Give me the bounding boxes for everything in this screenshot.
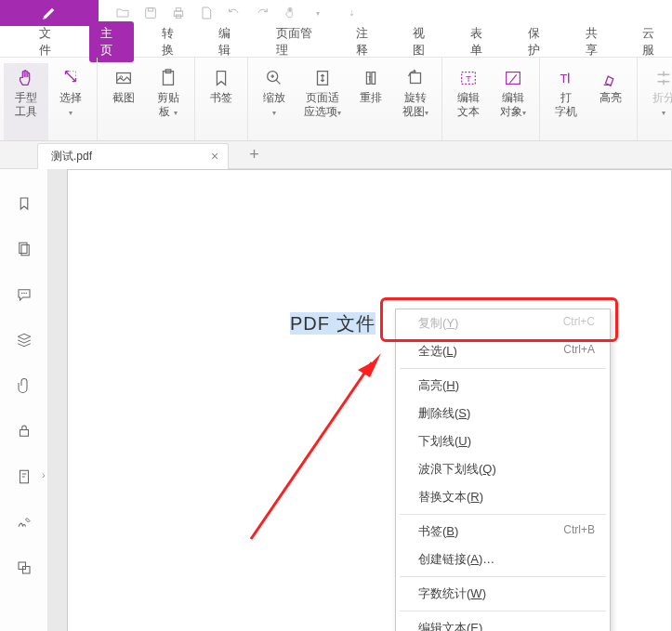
svg-rect-3 xyxy=(176,8,180,11)
menu-home[interactable]: 主页 xyxy=(89,21,134,62)
menu-convert[interactable]: 转换 xyxy=(154,21,191,62)
print-icon[interactable] xyxy=(171,6,186,20)
ctx-replace-text[interactable]: 替换文本(R) xyxy=(396,483,610,511)
menu-protect[interactable]: 保护 xyxy=(520,21,558,62)
svg-point-20 xyxy=(23,293,25,295)
comments-panel-icon[interactable] xyxy=(16,286,33,308)
ctx-strikeout[interactable]: 删除线(S) xyxy=(396,400,610,427)
ctx-separator xyxy=(400,611,606,611)
undo-icon[interactable] xyxy=(227,6,242,20)
svg-rect-1 xyxy=(148,8,152,11)
page-icon[interactable] xyxy=(199,6,214,20)
svg-rect-12 xyxy=(411,73,421,84)
menu-cloud[interactable]: 云服 xyxy=(635,21,672,62)
ctx-edit-text[interactable]: 编辑文本(E) xyxy=(396,614,610,631)
bookmarks-panel-icon[interactable] xyxy=(16,195,33,217)
collapse-button[interactable]: 折分▾ xyxy=(641,63,672,140)
side-toolbar xyxy=(0,169,48,631)
qat-dropdown-icon[interactable]: ▾ xyxy=(310,6,325,20)
collapse-icon xyxy=(653,68,672,88)
menu-view[interactable]: 视图 xyxy=(405,21,442,62)
selected-text[interactable]: PDF 文件 xyxy=(290,311,376,336)
save-icon[interactable] xyxy=(143,6,158,20)
highlight-label: 高亮 xyxy=(600,91,622,105)
ctx-squiggly[interactable]: 波浪下划线(Q) xyxy=(396,455,610,483)
edit-object-icon xyxy=(503,68,523,88)
ctx-create-link[interactable]: 创建链接(A)… xyxy=(396,546,610,573)
svg-rect-18 xyxy=(21,245,29,256)
new-tab-button[interactable]: + xyxy=(249,145,259,164)
bookmark-label: 书签 xyxy=(210,91,232,105)
clipboard-icon xyxy=(158,68,178,88)
menu-form[interactable]: 表单 xyxy=(463,21,500,62)
ribbon: 手型工具 选择▾ 截图 剪贴板 ▾ 书签 缩放▾ 页面适应选项▾ xyxy=(0,58,672,141)
svg-text:T: T xyxy=(560,72,568,85)
reflow-button[interactable]: T 重排 xyxy=(349,63,393,140)
fit-button[interactable]: 页面适应选项▾ xyxy=(296,63,349,140)
hand-tool-label: 手型工具 xyxy=(15,91,37,119)
typewriter-button[interactable]: T 打字机 xyxy=(544,63,588,140)
ctx-underline[interactable]: 下划线(U) xyxy=(396,427,610,455)
ctx-word-count[interactable]: 字数统计(W) xyxy=(396,580,610,608)
document-tab[interactable]: 测试.pdf × xyxy=(37,143,229,169)
qat-overflow-icon[interactable]: ⇣ xyxy=(344,6,359,20)
reflow-icon: T xyxy=(361,68,381,88)
svg-rect-25 xyxy=(22,567,30,574)
zoom-icon xyxy=(264,68,284,88)
select-button[interactable]: 选择▾ xyxy=(48,63,93,140)
ctx-separator xyxy=(400,576,606,577)
zoom-label: 缩放▾ xyxy=(263,91,285,120)
select-label: 选择▾ xyxy=(59,91,82,120)
rotate-button[interactable]: 旋转视图▾ xyxy=(393,63,438,140)
menu-comment[interactable]: 注释 xyxy=(349,21,386,62)
highlight-icon xyxy=(600,68,621,88)
edit-object-button[interactable]: 编辑对象▾ xyxy=(491,63,535,140)
ctx-separator xyxy=(400,368,606,369)
redo-icon[interactable] xyxy=(255,6,270,20)
collapse-label: 折分▾ xyxy=(652,91,672,120)
highlight-button[interactable]: 高亮 xyxy=(588,63,633,140)
hand-tool-button[interactable]: 手型工具 xyxy=(4,63,48,140)
security-panel-icon[interactable] xyxy=(16,423,33,444)
menu-file[interactable]: 文件 xyxy=(32,21,69,62)
bookmark-icon xyxy=(211,68,231,88)
snapshot-icon xyxy=(113,68,134,88)
signature-panel-icon[interactable] xyxy=(16,514,33,535)
annotation-arrow xyxy=(232,344,390,548)
svg-rect-17 xyxy=(19,243,26,253)
form-panel-icon[interactable] xyxy=(16,468,33,490)
menu-page[interactable]: 页面管理 xyxy=(269,21,328,62)
snapshot-button[interactable]: 截图 xyxy=(101,63,146,140)
svg-point-19 xyxy=(21,293,23,295)
svg-rect-2 xyxy=(174,11,182,16)
ctx-bookmark[interactable]: 书签(B) Ctrl+B xyxy=(396,518,610,546)
context-menu: 复制(Y) Ctrl+C 全选(L) Ctrl+A 高亮(H) 删除线(S) 下… xyxy=(395,309,611,631)
zoom-button[interactable]: 缩放▾ xyxy=(252,63,296,140)
hand-icon xyxy=(16,68,36,88)
hand-touch-icon[interactable] xyxy=(283,6,297,20)
ctx-highlight[interactable]: 高亮(H) xyxy=(396,372,610,400)
bookmark-button[interactable]: 书签 xyxy=(199,63,244,140)
rotate-label: 旋转视图▾ xyxy=(402,91,428,120)
edit-text-icon: T xyxy=(458,68,479,88)
select-icon xyxy=(60,68,81,88)
typewriter-icon: T xyxy=(556,68,576,88)
menubar: 文件 主页 转换 编辑 页面管理 注释 视图 表单 保护 共享 云服 xyxy=(0,26,672,58)
tabstrip: 测试.pdf × + xyxy=(0,141,672,169)
svg-point-21 xyxy=(25,293,27,295)
annotation-highlight-box xyxy=(380,297,618,342)
document-tab-name: 测试.pdf xyxy=(51,149,92,164)
close-tab-icon[interactable]: × xyxy=(211,149,218,164)
clipboard-button[interactable]: 剪贴板 ▾ xyxy=(146,63,191,140)
menu-share[interactable]: 共享 xyxy=(578,21,615,62)
edit-object-label: 编辑对象▾ xyxy=(500,91,526,120)
attachments-panel-icon[interactable] xyxy=(16,377,33,399)
edit-text-button[interactable]: T 编辑文本 xyxy=(446,63,491,140)
menu-edit[interactable]: 编辑 xyxy=(211,21,248,62)
svg-rect-0 xyxy=(146,8,156,19)
rotate-icon xyxy=(405,68,426,88)
overlap-panel-icon[interactable] xyxy=(16,559,33,581)
pages-panel-icon[interactable] xyxy=(16,241,33,262)
layers-panel-icon[interactable] xyxy=(16,332,33,353)
open-icon[interactable] xyxy=(115,6,130,20)
